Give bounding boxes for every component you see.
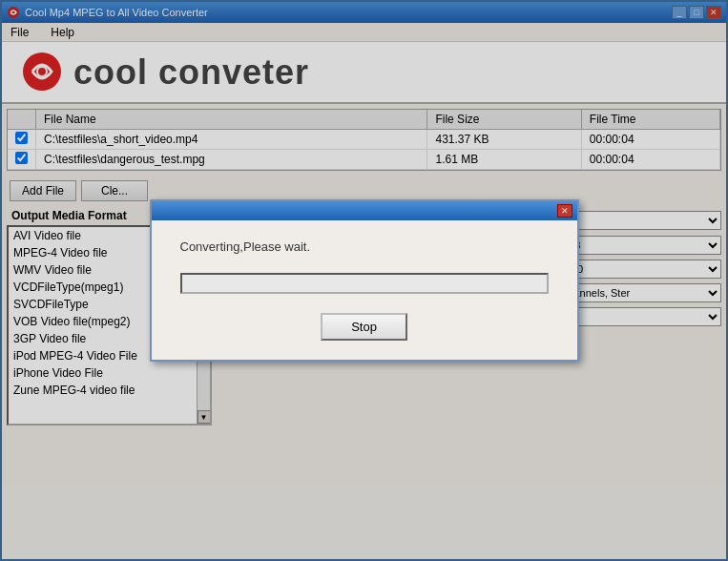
dialog-close-button[interactable]: ✕: [557, 204, 572, 218]
dialog-buttons: Stop: [180, 313, 549, 341]
dialog-titlebar: ✕: [152, 201, 577, 220]
stop-button[interactable]: Stop: [321, 313, 407, 341]
dialog-overlay: ✕ Converting,Please wait. Stop: [0, 0, 728, 561]
dialog-message: Converting,Please wait.: [180, 239, 549, 254]
progress-bar-container: [180, 273, 549, 294]
dialog-body: Converting,Please wait. Stop: [152, 220, 577, 360]
converting-dialog: ✕ Converting,Please wait. Stop: [150, 199, 579, 362]
